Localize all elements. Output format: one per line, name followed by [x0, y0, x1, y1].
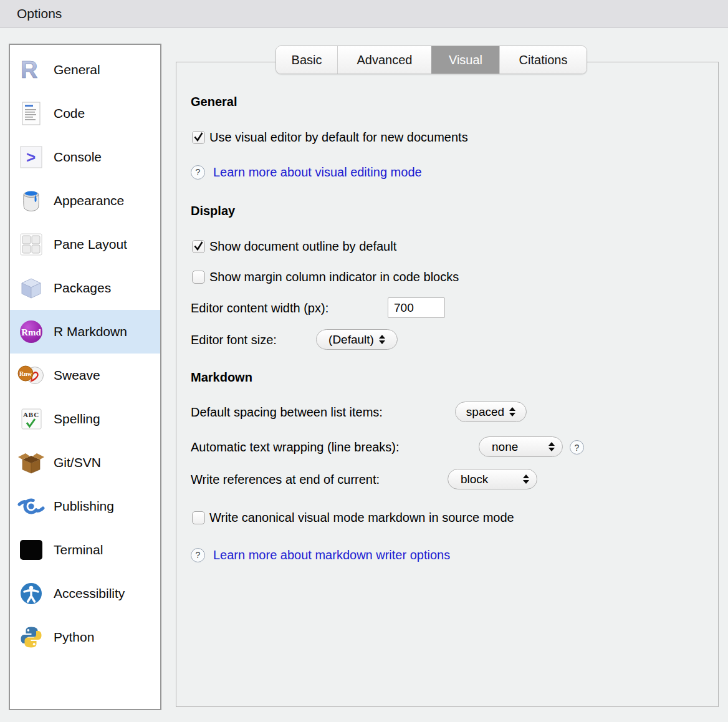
- rmd-badge-icon: Rmd: [17, 318, 45, 345]
- text-wrapping-row: Automatic text wrapping (line breaks): n…: [191, 436, 627, 458]
- sidebar-item-label: R Markdown: [54, 324, 127, 339]
- sidebar-item-accessibility[interactable]: Accessibility: [10, 572, 160, 615]
- visual-editing-help-row: ? Learn more about visual editing mode: [191, 164, 422, 180]
- select-arrows-icon: [548, 442, 555, 451]
- text-wrapping-select[interactable]: none: [479, 436, 563, 457]
- paint-can-icon: [17, 187, 45, 214]
- list-spacing-select[interactable]: spaced: [455, 402, 527, 422]
- section-heading-markdown: Markdown: [191, 370, 252, 385]
- text-wrapping-value: none: [492, 440, 518, 454]
- sidebar-item-python[interactable]: Python: [10, 615, 160, 659]
- sidebar-item-packages[interactable]: Packages: [10, 266, 160, 310]
- svg-text:ABC: ABC: [23, 411, 39, 418]
- window-titlebar: Options: [0, 0, 728, 28]
- select-arrows-icon: [523, 474, 529, 484]
- visual-editor-checkbox-label: Use visual editor by default for new doc…: [209, 130, 468, 145]
- section-heading-general: General: [191, 95, 237, 109]
- editor-font-size-value: (Default): [328, 333, 374, 347]
- help-icon[interactable]: ?: [191, 165, 205, 180]
- tab-label: Basic: [292, 53, 322, 67]
- tab-citations[interactable]: Citations: [499, 46, 587, 74]
- r-logo-icon: R: [17, 56, 45, 84]
- code-document-icon: [17, 100, 45, 127]
- sidebar-item-label: Code: [54, 106, 85, 121]
- sidebar-item-appearance[interactable]: Appearance: [10, 179, 160, 223]
- margin-column-checkbox-label: Show margin column indicator in code blo…: [209, 270, 459, 284]
- text-wrapping-help-icon[interactable]: ?: [570, 440, 584, 455]
- sidebar-item-label: General: [54, 62, 100, 77]
- sidebar-item-label: Accessibility: [54, 586, 125, 601]
- sidebar-item-label: Console: [54, 150, 102, 165]
- open-box-icon: [17, 449, 45, 476]
- document-outline-checkbox-row: Show document outline by default: [192, 238, 396, 255]
- editor-content-width-label: Editor content width (px):: [191, 301, 328, 315]
- editor-font-size-row: Editor font size: (Default): [191, 329, 565, 350]
- console-icon: >: [17, 143, 45, 171]
- learn-visual-editing-link[interactable]: Learn more about visual editing mode: [213, 165, 422, 180]
- document-outline-checkbox-label: Show document outline by default: [209, 239, 396, 254]
- sidebar-item-code[interactable]: Code: [10, 92, 160, 135]
- package-cube-icon: [17, 274, 45, 302]
- sidebar-item-label: Spelling: [54, 412, 100, 426]
- sidebar-item-general[interactable]: R General: [10, 48, 160, 92]
- sidebar-item-terminal[interactable]: Terminal: [10, 528, 160, 572]
- learn-markdown-writer-link[interactable]: Learn more about markdown writer options: [213, 548, 450, 562]
- sidebar-item-console[interactable]: > Console: [10, 135, 160, 179]
- sidebar-item-label: Python: [54, 630, 94, 645]
- checkmark-icon: [193, 241, 204, 251]
- terminal-icon: [17, 536, 45, 564]
- visual-editor-checkbox-row: Use visual editor by default for new doc…: [192, 128, 468, 146]
- list-spacing-value: spaced: [466, 405, 504, 419]
- sidebar-item-label: Appearance: [54, 193, 124, 208]
- options-category-sidebar: R General Code > Console Appearance Pane…: [9, 44, 161, 710]
- canonical-markdown-checkbox[interactable]: [192, 511, 205, 524]
- checkmark-icon: [193, 132, 204, 142]
- abc-check-icon: ABC: [17, 405, 45, 433]
- editor-font-size-select[interactable]: (Default): [316, 329, 398, 350]
- margin-column-checkbox[interactable]: [192, 271, 205, 284]
- svg-text:>: >: [26, 148, 36, 166]
- references-label: Write references at end of current:: [191, 473, 380, 487]
- tab-advanced[interactable]: Advanced: [337, 46, 431, 74]
- sidebar-item-pane-layout[interactable]: Pane Layout: [10, 223, 160, 266]
- sidebar-item-sweave[interactable]: Rnw Sweave: [10, 354, 160, 397]
- canonical-markdown-checkbox-row: Write canonical visual mode markdown in …: [192, 509, 514, 526]
- visual-editor-checkbox[interactable]: [192, 131, 205, 144]
- editor-content-width-row: Editor content width (px):: [191, 297, 565, 319]
- editor-content-width-input[interactable]: [388, 297, 445, 318]
- sidebar-item-r-markdown[interactable]: Rmd R Markdown: [10, 310, 160, 354]
- list-spacing-row: Default spacing between list items: spac…: [191, 402, 627, 423]
- svg-text:Rmd: Rmd: [21, 327, 41, 337]
- accessibility-icon: [17, 580, 45, 607]
- sidebar-item-spelling[interactable]: ABC Spelling: [10, 397, 160, 441]
- tab-label: Visual: [449, 53, 482, 67]
- tab-label: Citations: [519, 53, 568, 67]
- tab-basic[interactable]: Basic: [276, 46, 337, 74]
- section-heading-display: Display: [191, 204, 235, 218]
- sidebar-item-git-svn[interactable]: Git/SVN: [10, 441, 160, 484]
- tab-bar: Basic Advanced Visual Citations: [275, 46, 587, 74]
- references-select[interactable]: block: [448, 469, 537, 489]
- sidebar-item-publishing[interactable]: Publishing: [10, 484, 160, 528]
- tab-visual[interactable]: Visual: [431, 46, 499, 74]
- python-icon: [17, 623, 45, 651]
- document-outline-checkbox[interactable]: [192, 240, 205, 253]
- options-content-panel: [176, 62, 719, 707]
- sidebar-item-label: Terminal: [54, 542, 103, 557]
- references-row: Write references at end of current: bloc…: [191, 469, 627, 491]
- canonical-markdown-checkbox-label: Write canonical visual mode markdown in …: [209, 511, 514, 525]
- window-title: Options: [17, 6, 62, 21]
- editor-font-size-label: Editor font size:: [191, 333, 277, 347]
- select-arrows-icon: [509, 407, 515, 416]
- text-wrapping-label: Automatic text wrapping (line breaks):: [191, 440, 400, 455]
- markdown-writer-help-row: ? Learn more about markdown writer optio…: [191, 547, 450, 563]
- sidebar-item-label: Publishing: [54, 499, 114, 514]
- help-icon[interactable]: ?: [191, 548, 205, 562]
- pane-grid-icon: [17, 231, 45, 258]
- sweave-rnw-pdf-icon: Rnw: [17, 362, 45, 389]
- select-arrows-icon: [379, 335, 385, 344]
- svg-text:R: R: [21, 58, 37, 82]
- references-value: block: [461, 473, 488, 486]
- margin-column-checkbox-row: Show margin column indicator in code blo…: [192, 268, 459, 286]
- connect-icon: [17, 493, 45, 520]
